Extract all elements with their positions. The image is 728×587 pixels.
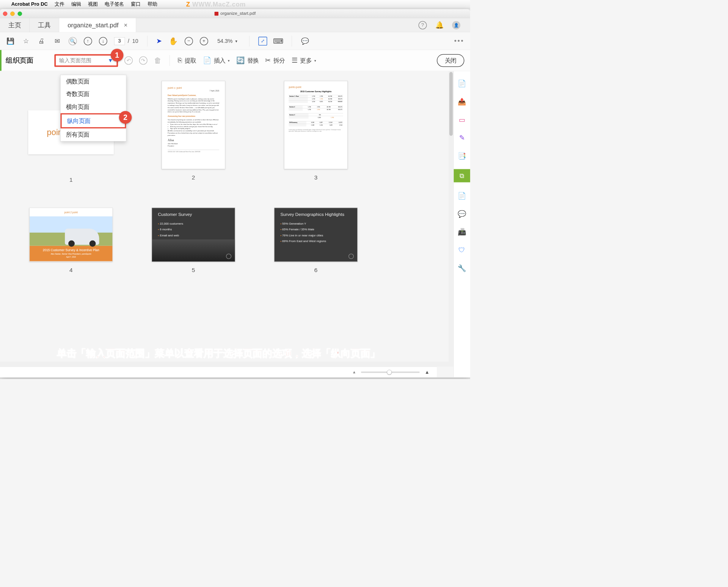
menu-even-pages[interactable]: 偶数页面	[61, 75, 126, 88]
rotate-cw-icon[interactable]: ↷	[139, 56, 147, 65]
close-panel-button[interactable]: 关闭	[437, 54, 464, 67]
page-number-input[interactable]	[114, 37, 125, 45]
tab-close-icon[interactable]: ✕	[124, 22, 128, 28]
tab-tools[interactable]: 工具	[30, 18, 59, 32]
wheel-icon	[348, 253, 354, 259]
scissors-icon: ✂	[265, 57, 271, 65]
more-button[interactable]: ☰更多▾	[292, 57, 316, 65]
page-number: 4	[69, 267, 73, 274]
tab-document[interactable]: organize_start.pdf ✕	[59, 18, 136, 32]
page-thumb-6[interactable]: Survey Demographics Highlights 55% Gener…	[260, 208, 372, 274]
callout-2: 2	[119, 111, 132, 124]
insert-button[interactable]: 📄插入▾	[203, 57, 230, 65]
page-up-icon[interactable]: ↑	[84, 37, 92, 45]
menu-esign[interactable]: 电子签名	[105, 1, 124, 7]
mail-icon[interactable]: ✉	[53, 37, 61, 46]
page-thumb-5[interactable]: Customer Survey 22,000 customers6 months…	[137, 208, 250, 274]
menu-help[interactable]: 帮助	[147, 1, 157, 7]
star-icon[interactable]: ☆	[22, 37, 30, 46]
organize-title: 组织页面	[6, 56, 33, 65]
create-pdf-icon[interactable]: 📄	[457, 79, 467, 88]
tab-document-label: organize_start.pdf	[67, 21, 118, 29]
app-name[interactable]: Acrobat Pro DC	[11, 1, 48, 7]
more-tools-icon[interactable]: •••	[454, 37, 464, 45]
organize-pages-icon[interactable]: ⧉	[453, 169, 470, 183]
page-range-placeholder: 输入页面范围	[59, 57, 91, 64]
delete-icon[interactable]: 🗑	[154, 56, 161, 65]
replace-button[interactable]: 🔄替换	[236, 57, 259, 65]
list-icon: ☰	[292, 57, 298, 65]
search-icon[interactable]: 🔍	[69, 37, 77, 45]
combine-icon[interactable]: 📑	[457, 151, 467, 161]
zoom-dropdown[interactable]: 54.3% ▼	[215, 37, 240, 45]
page-number: 5	[192, 267, 195, 274]
export-pdf-icon[interactable]: 📤	[457, 96, 467, 106]
zoom-slider-thumb[interactable]	[387, 370, 392, 375]
protect-icon[interactable]: 🛡	[457, 245, 467, 255]
page-range-menu: 偶数页面 奇数页面 横向页面 纵向页面 2 所有页面	[60, 75, 126, 142]
more-label: 更多	[300, 57, 312, 65]
keyboard-icon[interactable]: ⌨	[274, 37, 283, 46]
wheel-icon	[226, 253, 231, 259]
hand-tool-icon[interactable]: ✋	[169, 37, 178, 46]
menu-file[interactable]: 文件	[55, 1, 64, 7]
extract-button[interactable]: ⎘提取	[178, 57, 196, 65]
menu-landscape-pages[interactable]: 横向页面	[61, 100, 126, 113]
zoom-value: 54.3%	[217, 38, 232, 44]
sticky-note-icon[interactable]: 💬	[457, 209, 467, 219]
comment-tool-icon[interactable]: 📄	[457, 190, 467, 200]
notifications-icon[interactable]: 🔔	[435, 21, 444, 29]
split-button[interactable]: ✂拆分	[265, 57, 285, 65]
callout-1: 1	[111, 49, 124, 61]
fit-page-icon[interactable]: ⤢	[258, 37, 267, 46]
menu-window[interactable]: 窗口	[131, 1, 141, 7]
separator	[249, 36, 249, 46]
page-number: 1	[69, 176, 73, 183]
zoom-out-icon[interactable]: −	[185, 37, 193, 45]
mac-menubar[interactable]: Acrobat Pro DC 文件 编辑 视图 电子签名 窗口 帮助 Z WWW…	[0, 0, 470, 8]
page-sep: /	[128, 38, 129, 44]
split-label: 拆分	[273, 57, 285, 65]
extract-label: 提取	[185, 57, 196, 65]
edit-pdf-icon[interactable]: ▭	[457, 115, 467, 124]
print-icon[interactable]: 🖨	[37, 37, 46, 46]
page-thumb-4[interactable]: point 2 point 2015 Customer Survey & Inc…	[15, 208, 127, 274]
replace-label: 替换	[247, 57, 259, 65]
sign-icon[interactable]: ✎	[457, 133, 467, 143]
page-total: 10	[132, 38, 138, 44]
titlebar: organize_start.pdf	[0, 9, 470, 18]
page-range-dropdown[interactable]: 输入页面范围 ▼ 1	[54, 54, 118, 67]
scan-ocr-icon[interactable]: 📠	[457, 227, 467, 237]
menu-portrait-pages[interactable]: 纵向页面 2	[61, 113, 126, 128]
menu-odd-pages[interactable]: 奇数页面	[61, 88, 126, 101]
accent-bar	[0, 50, 2, 71]
watermark: Z WWW.MacZ.com	[186, 0, 246, 8]
separator	[147, 36, 147, 46]
page-thumb-2[interactable]: point⊙point 7 April, 2015 Dear Valued po…	[137, 81, 250, 183]
thumb-large-icon[interactable]: ▲	[425, 369, 430, 375]
menu-edit[interactable]: 编辑	[71, 1, 81, 7]
menu-all-pages[interactable]: 所有页面	[61, 128, 126, 141]
more-tools-rail-icon[interactable]: 🔧	[457, 263, 467, 273]
zoom-slider[interactable]	[361, 371, 420, 373]
instruction-overlay: 单击「输入页面范围」菜单以查看用于选择页面的选项，选择「纵向页面」	[0, 347, 437, 360]
zoom-in-icon[interactable]: +	[200, 37, 208, 45]
page-number: 2	[192, 174, 195, 181]
page-down-icon[interactable]: ↓	[99, 37, 107, 45]
save-icon[interactable]: 💾	[6, 37, 14, 46]
window-title: organize_start.pdf	[0, 11, 470, 16]
horizontal-scrollbar[interactable]	[0, 362, 449, 367]
comment-icon[interactable]: 💬	[301, 37, 309, 46]
rotate-ccw-icon[interactable]: ↶	[124, 56, 133, 65]
help-icon[interactable]: ?	[419, 21, 427, 29]
page-thumb-3[interactable]: point⊙point 2015 Customer Survey Highlig…	[260, 81, 372, 183]
select-tool-icon[interactable]: ➤	[156, 37, 162, 45]
tab-home[interactable]: 主页	[0, 18, 30, 32]
vertical-scrollbar[interactable]	[449, 71, 453, 367]
menu-view[interactable]: 视图	[88, 1, 98, 7]
thumb-small-icon[interactable]: ▲	[352, 370, 356, 375]
main-toolbar: 💾 ☆ 🖨 ✉ 🔍 ↑ ↓ / 10 ➤ ✋ − + 54.3% ▼ ⤢ ⌨ 💬…	[0, 32, 470, 50]
account-avatar-icon[interactable]: 👤	[452, 21, 460, 29]
scrollbar-thumb[interactable]	[449, 72, 453, 136]
window-title-text: organize_start.pdf	[220, 11, 256, 16]
